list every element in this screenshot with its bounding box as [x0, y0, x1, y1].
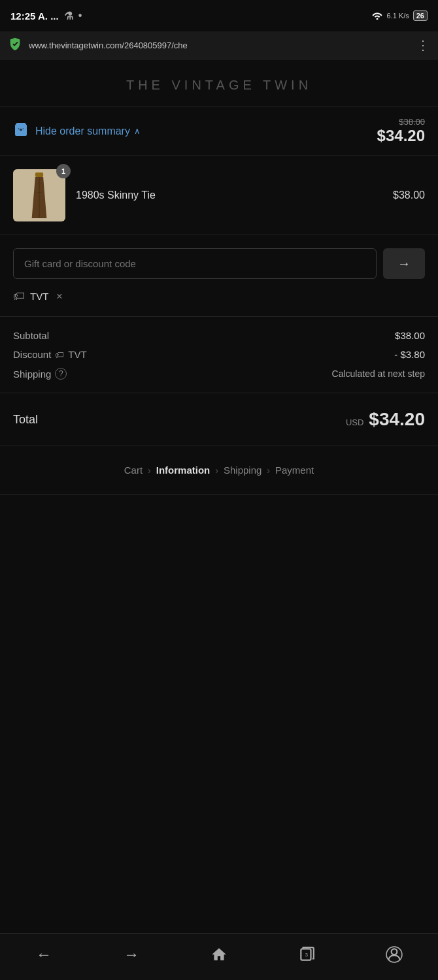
product-quantity-badge: 1: [56, 164, 71, 178]
coupon-applied-row: 🏷 TVT ×: [13, 289, 425, 303]
discount-section: → 🏷 TVT ×: [0, 235, 438, 317]
cart-icon: [13, 122, 29, 141]
breadcrumb-sep-3: ›: [267, 465, 270, 476]
subtotal-value: $38.00: [395, 330, 425, 341]
discount-submit-button[interactable]: →: [383, 248, 425, 279]
subtotal-row: Subtotal $38.00: [13, 330, 425, 341]
subtotal-label: Subtotal: [13, 330, 49, 341]
breadcrumb-sep-2: ›: [215, 465, 218, 476]
breadcrumb-cart[interactable]: Cart: [124, 465, 143, 476]
discount-row: Discount 🏷 TVT - $3.80: [13, 349, 425, 360]
flask-icon: ⚗: [64, 10, 73, 22]
tag-icon: 🏷: [13, 289, 25, 303]
brand-title: THE VINTAGE TWIN: [13, 78, 425, 93]
svg-text:3: 3: [305, 952, 308, 958]
original-price: $38.00: [377, 117, 425, 127]
total-right: USD $34.20: [346, 409, 425, 430]
brand-header: THE VINTAGE TWIN: [0, 59, 438, 106]
discount-input-row: →: [13, 248, 425, 279]
total-amount: $34.20: [369, 409, 425, 430]
url-bar[interactable]: www.thevintagetwin.com/2640805997/che: [29, 41, 410, 50]
discount-value: - $3.80: [394, 349, 425, 360]
dot-indicator: •: [78, 10, 82, 22]
chevron-up-icon: ∧: [134, 126, 141, 136]
product-price: $38.00: [393, 189, 425, 201]
product-image-wrap: 1: [13, 169, 65, 221]
status-indicators: 6.1 K/s 26: [371, 10, 428, 22]
coupon-remove-button[interactable]: ×: [56, 291, 62, 302]
coupon-code-label: TVT: [30, 291, 48, 302]
breadcrumb-information[interactable]: Information: [156, 465, 211, 476]
svg-rect-0: [15, 125, 27, 127]
battery-indicator: 26: [413, 10, 428, 21]
speed-display: 6.1 K/s: [387, 12, 409, 20]
discount-label: Discount 🏷 TVT: [13, 349, 87, 360]
bottom-navigation: ← → 3: [0, 933, 438, 980]
profile-button[interactable]: [379, 939, 410, 970]
total-currency: USD: [346, 417, 363, 427]
product-section: 1 1980s Skinny Tie $38.00: [0, 156, 438, 235]
svg-rect-2: [35, 172, 43, 177]
hide-order-button[interactable]: Hide order summary ∧: [35, 125, 141, 137]
discounted-price: $34.20: [377, 127, 425, 145]
browser-bar: www.thevintagetwin.com/2640805997/che ⋮: [0, 31, 438, 59]
forward-button[interactable]: →: [116, 939, 147, 970]
shipping-help-icon[interactable]: ?: [55, 368, 67, 380]
breadcrumb-shipping[interactable]: Shipping: [224, 465, 261, 476]
status-bar: 12:25 A. ... ⚗ • 6.1 K/s 26: [0, 0, 438, 31]
browser-menu-icon[interactable]: ⋮: [416, 37, 430, 53]
product-image: [13, 169, 65, 221]
price-breakdown: Subtotal $38.00 Discount 🏷 TVT - $3.80 S…: [0, 317, 438, 393]
total-label: Total: [13, 413, 38, 427]
total-section: Total USD $34.20: [0, 393, 438, 446]
product-name: 1980s Skinny Tie: [76, 189, 382, 201]
wifi-icon: [371, 10, 383, 22]
order-summary-price: $38.00 $34.20: [377, 117, 425, 145]
status-time: 12:25 A. ... ⚗ •: [10, 10, 82, 22]
breadcrumb-payment[interactable]: Payment: [275, 465, 314, 476]
discount-tag-icon: 🏷: [55, 350, 64, 360]
back-button[interactable]: ←: [28, 939, 59, 970]
home-button[interactable]: [203, 939, 235, 970]
tabs-button[interactable]: 3: [291, 939, 322, 970]
shield-icon: [8, 37, 22, 54]
arrow-right-icon: →: [397, 256, 411, 271]
svg-point-9: [392, 949, 397, 955]
time-display: 12:25 A. ...: [10, 10, 59, 22]
total-row: Total USD $34.20: [13, 409, 425, 430]
breadcrumb-sep-1: ›: [148, 465, 151, 476]
product-item: 1 1980s Skinny Tie $38.00: [13, 169, 425, 221]
shipping-row: Shipping ? Calculated at next step: [13, 368, 425, 380]
shipping-label: Shipping ?: [13, 368, 67, 380]
shipping-value: Calculated at next step: [332, 368, 425, 379]
order-summary-left[interactable]: Hide order summary ∧: [13, 122, 141, 141]
order-summary-bar[interactable]: Hide order summary ∧ $38.00 $34.20: [0, 106, 438, 156]
breadcrumb: Cart › Information › Shipping › Payment: [0, 446, 438, 495]
discount-code-input[interactable]: [13, 248, 377, 279]
